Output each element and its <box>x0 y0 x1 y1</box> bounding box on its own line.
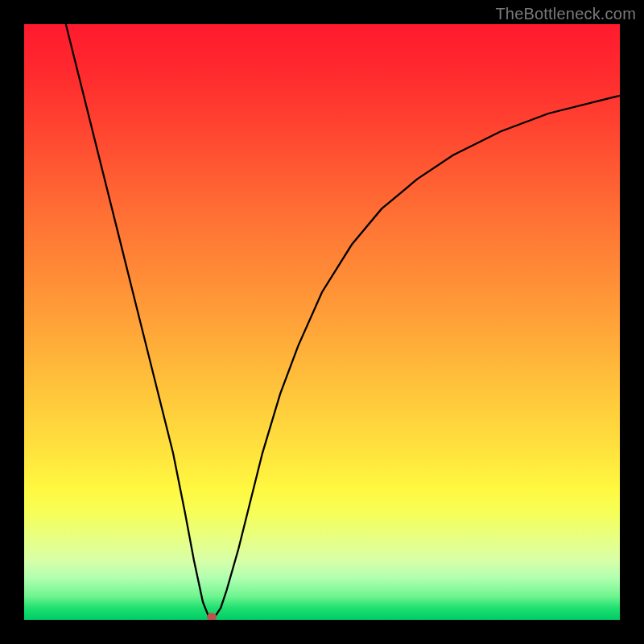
plot-area <box>24 24 620 620</box>
chart-container: TheBottleneck.com <box>0 0 644 644</box>
curve-svg <box>24 24 620 620</box>
bottleneck-curve <box>66 24 620 617</box>
watermark-text: TheBottleneck.com <box>495 5 636 23</box>
